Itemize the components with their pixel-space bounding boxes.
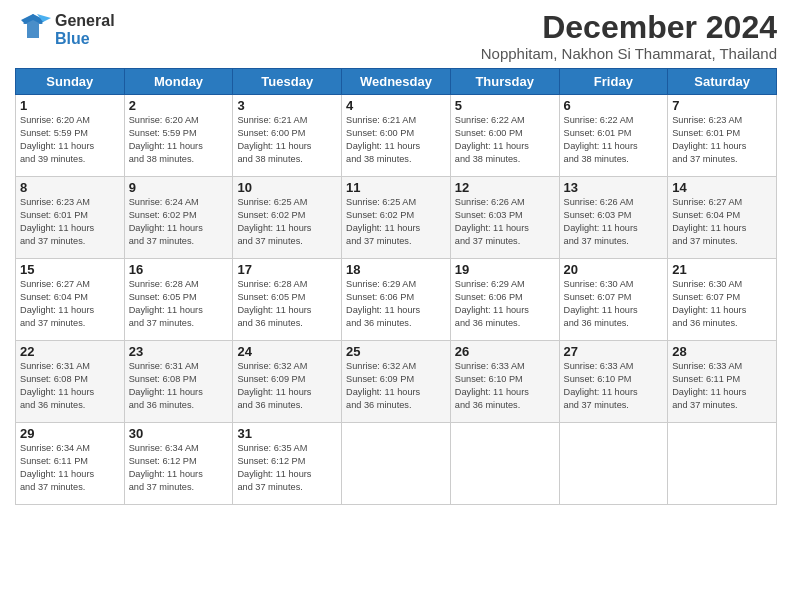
table-row: 1Sunrise: 6:20 AMSunset: 5:59 PMDaylight… [16,95,125,177]
day-info: Sunrise: 6:30 AMSunset: 6:07 PMDaylight:… [672,278,772,330]
table-row: 23Sunrise: 6:31 AMSunset: 6:08 PMDayligh… [124,341,233,423]
logo: General Blue [15,10,115,50]
day-number: 16 [129,262,229,277]
logo-general: General [55,12,115,30]
day-number: 28 [672,344,772,359]
day-info: Sunrise: 6:23 AMSunset: 6:01 PMDaylight:… [672,114,772,166]
logo-blue: Blue [55,30,115,48]
day-info: Sunrise: 6:26 AMSunset: 6:03 PMDaylight:… [564,196,664,248]
day-number: 14 [672,180,772,195]
table-row: 18Sunrise: 6:29 AMSunset: 6:06 PMDayligh… [342,259,451,341]
table-row: 9Sunrise: 6:24 AMSunset: 6:02 PMDaylight… [124,177,233,259]
table-row: 12Sunrise: 6:26 AMSunset: 6:03 PMDayligh… [450,177,559,259]
table-row: 5Sunrise: 6:22 AMSunset: 6:00 PMDaylight… [450,95,559,177]
col-thursday: Thursday [450,69,559,95]
day-info: Sunrise: 6:22 AMSunset: 6:01 PMDaylight:… [564,114,664,166]
day-number: 27 [564,344,664,359]
calendar: Sunday Monday Tuesday Wednesday Thursday… [15,68,777,505]
day-info: Sunrise: 6:35 AMSunset: 6:12 PMDaylight:… [237,442,337,494]
table-row: 20Sunrise: 6:30 AMSunset: 6:07 PMDayligh… [559,259,668,341]
table-row: 7Sunrise: 6:23 AMSunset: 6:01 PMDaylight… [668,95,777,177]
calendar-week-row: 1Sunrise: 6:20 AMSunset: 5:59 PMDaylight… [16,95,777,177]
day-info: Sunrise: 6:27 AMSunset: 6:04 PMDaylight:… [672,196,772,248]
logo-text: General Blue [55,12,115,48]
day-info: Sunrise: 6:30 AMSunset: 6:07 PMDaylight:… [564,278,664,330]
table-row: 27Sunrise: 6:33 AMSunset: 6:10 PMDayligh… [559,341,668,423]
table-row: 15Sunrise: 6:27 AMSunset: 6:04 PMDayligh… [16,259,125,341]
day-number: 15 [20,262,120,277]
header: General Blue December 2024 Nopphitam, Na… [15,10,777,62]
day-number: 17 [237,262,337,277]
col-monday: Monday [124,69,233,95]
day-number: 31 [237,426,337,441]
day-info: Sunrise: 6:21 AMSunset: 6:00 PMDaylight:… [346,114,446,166]
col-saturday: Saturday [668,69,777,95]
day-info: Sunrise: 6:31 AMSunset: 6:08 PMDaylight:… [20,360,120,412]
month-year: December 2024 [481,10,777,45]
table-row: 4Sunrise: 6:21 AMSunset: 6:00 PMDaylight… [342,95,451,177]
calendar-week-row: 22Sunrise: 6:31 AMSunset: 6:08 PMDayligh… [16,341,777,423]
table-row: 28Sunrise: 6:33 AMSunset: 6:11 PMDayligh… [668,341,777,423]
day-number: 1 [20,98,120,113]
table-row: 19Sunrise: 6:29 AMSunset: 6:06 PMDayligh… [450,259,559,341]
table-row: 22Sunrise: 6:31 AMSunset: 6:08 PMDayligh… [16,341,125,423]
day-info: Sunrise: 6:21 AMSunset: 6:00 PMDaylight:… [237,114,337,166]
day-number: 22 [20,344,120,359]
table-row [342,423,451,505]
table-row: 13Sunrise: 6:26 AMSunset: 6:03 PMDayligh… [559,177,668,259]
day-number: 11 [346,180,446,195]
day-number: 5 [455,98,555,113]
table-row: 14Sunrise: 6:27 AMSunset: 6:04 PMDayligh… [668,177,777,259]
day-number: 2 [129,98,229,113]
table-row [668,423,777,505]
day-number: 20 [564,262,664,277]
table-row: 25Sunrise: 6:32 AMSunset: 6:09 PMDayligh… [342,341,451,423]
day-info: Sunrise: 6:28 AMSunset: 6:05 PMDaylight:… [129,278,229,330]
location: Nopphitam, Nakhon Si Thammarat, Thailand [481,45,777,62]
day-info: Sunrise: 6:33 AMSunset: 6:10 PMDaylight:… [564,360,664,412]
table-row: 24Sunrise: 6:32 AMSunset: 6:09 PMDayligh… [233,341,342,423]
day-number: 3 [237,98,337,113]
day-number: 21 [672,262,772,277]
day-info: Sunrise: 6:33 AMSunset: 6:11 PMDaylight:… [672,360,772,412]
page: General Blue December 2024 Nopphitam, Na… [0,0,792,612]
table-row [559,423,668,505]
day-info: Sunrise: 6:23 AMSunset: 6:01 PMDaylight:… [20,196,120,248]
table-row: 11Sunrise: 6:25 AMSunset: 6:02 PMDayligh… [342,177,451,259]
table-row: 16Sunrise: 6:28 AMSunset: 6:05 PMDayligh… [124,259,233,341]
day-info: Sunrise: 6:34 AMSunset: 6:12 PMDaylight:… [129,442,229,494]
day-number: 19 [455,262,555,277]
table-row: 30Sunrise: 6:34 AMSunset: 6:12 PMDayligh… [124,423,233,505]
day-number: 9 [129,180,229,195]
day-info: Sunrise: 6:25 AMSunset: 6:02 PMDaylight:… [237,196,337,248]
day-info: Sunrise: 6:20 AMSunset: 5:59 PMDaylight:… [129,114,229,166]
day-info: Sunrise: 6:27 AMSunset: 6:04 PMDaylight:… [20,278,120,330]
title-section: December 2024 Nopphitam, Nakhon Si Thamm… [481,10,777,62]
col-wednesday: Wednesday [342,69,451,95]
day-number: 25 [346,344,446,359]
calendar-week-row: 29Sunrise: 6:34 AMSunset: 6:11 PMDayligh… [16,423,777,505]
table-row: 21Sunrise: 6:30 AMSunset: 6:07 PMDayligh… [668,259,777,341]
table-row: 10Sunrise: 6:25 AMSunset: 6:02 PMDayligh… [233,177,342,259]
day-info: Sunrise: 6:22 AMSunset: 6:00 PMDaylight:… [455,114,555,166]
day-info: Sunrise: 6:31 AMSunset: 6:08 PMDaylight:… [129,360,229,412]
col-friday: Friday [559,69,668,95]
table-row: 31Sunrise: 6:35 AMSunset: 6:12 PMDayligh… [233,423,342,505]
calendar-header-row: Sunday Monday Tuesday Wednesday Thursday… [16,69,777,95]
day-info: Sunrise: 6:34 AMSunset: 6:11 PMDaylight:… [20,442,120,494]
day-number: 13 [564,180,664,195]
table-row: 2Sunrise: 6:20 AMSunset: 5:59 PMDaylight… [124,95,233,177]
table-row: 6Sunrise: 6:22 AMSunset: 6:01 PMDaylight… [559,95,668,177]
calendar-week-row: 8Sunrise: 6:23 AMSunset: 6:01 PMDaylight… [16,177,777,259]
col-tuesday: Tuesday [233,69,342,95]
logo-bird-icon [15,10,51,50]
col-sunday: Sunday [16,69,125,95]
day-info: Sunrise: 6:33 AMSunset: 6:10 PMDaylight:… [455,360,555,412]
day-info: Sunrise: 6:25 AMSunset: 6:02 PMDaylight:… [346,196,446,248]
day-number: 29 [20,426,120,441]
day-number: 4 [346,98,446,113]
table-row: 29Sunrise: 6:34 AMSunset: 6:11 PMDayligh… [16,423,125,505]
day-number: 26 [455,344,555,359]
day-number: 8 [20,180,120,195]
table-row: 3Sunrise: 6:21 AMSunset: 6:00 PMDaylight… [233,95,342,177]
